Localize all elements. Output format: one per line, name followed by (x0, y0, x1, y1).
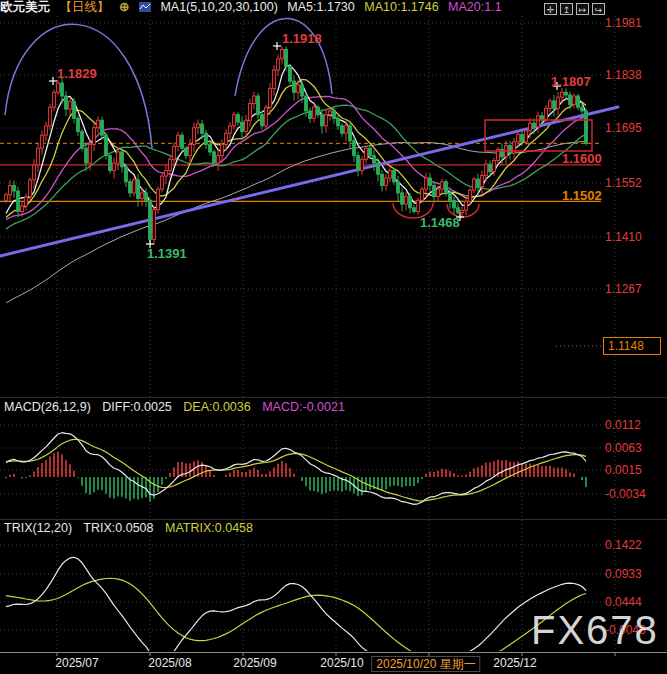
trix-axis-label: 0.0933 (605, 567, 642, 581)
watermark: FX678 (531, 608, 659, 653)
pan-icon[interactable]: ✛ (544, 3, 557, 15)
x-axis-label: 2025/12 (493, 656, 536, 670)
ma10-value: MA10:1.1746 (364, 0, 438, 14)
chart-app: 欧元美元 【日线】 ⊕ MA1(5,10,20,30,100) MA5:1.17… (0, 0, 667, 674)
support-label: 1.1502 (562, 188, 602, 203)
macd-diff-value: DIFF:0.0025 (102, 400, 171, 414)
annotation-label: 1.1829 (57, 66, 97, 81)
x-axis-label: 2025/07 (55, 656, 98, 670)
add-indicator-icon[interactable]: ⊕ (119, 0, 129, 14)
annotation-label: 1.1391 (147, 246, 187, 261)
annotation-label: 1.1807 (551, 74, 591, 89)
y-axis-scale-icon[interactable]: ↥ (560, 3, 573, 15)
price-axis-label: 1.1838 (605, 68, 642, 82)
annotation-label: 1.1918 (282, 31, 322, 46)
x-axis-label: 2025/09 (233, 656, 276, 670)
period-label[interactable]: 【日线】 (59, 0, 109, 14)
trix-axis-label: 0.0444 (605, 595, 642, 609)
price-axis-label: 1.1695 (605, 121, 642, 135)
trix-matrix-value: MATRIX:0.0458 (165, 521, 253, 535)
trix-value: TRIX:0.0508 (83, 521, 153, 535)
ma-group-label: MA1(5,10,20,30,100) (160, 0, 277, 14)
toolbar: ✛↥↦↪ (544, 3, 605, 15)
macd-axis-label: 0.0063 (605, 441, 642, 455)
x-axis-label: 2025/10 (320, 656, 363, 670)
trix-title: TRIX(12,20) (4, 521, 72, 535)
symbol-title: 欧元美元 (0, 0, 50, 14)
macd-dea-value: DEA:0.0036 (183, 400, 250, 414)
indicator-chart-icon (139, 1, 151, 11)
chart-canvas[interactable] (0, 0, 667, 674)
macd-axis-label: 0.0112 (605, 418, 641, 432)
price-axis-label: 1.1552 (605, 176, 642, 190)
exit-icon[interactable]: ↪ (592, 3, 605, 15)
x-axis-label: 2025/08 (148, 656, 191, 670)
price-marker-badge: 1.1148 (603, 337, 661, 355)
price-axis-label: 1.1267 (605, 282, 642, 296)
annotation-label: 1.1468 (420, 215, 460, 230)
price-axis-label: 1.1410 (605, 230, 642, 244)
macd-panel-header: MACD(26,12,9) DIFF:0.0025 DEA:0.0036 MAC… (4, 400, 353, 415)
ma20-value: MA20:1.1 (448, 0, 502, 14)
ma5-value: MA5:1.1730 (287, 0, 354, 14)
macd-macd-value: MACD:-0.0021 (262, 400, 345, 414)
macd-title: MACD(26,12,9) (4, 400, 91, 414)
trix-axis-label: 0.1422 (605, 538, 642, 552)
trix-panel-header: TRIX(12,20) TRIX:0.0508 MATRIX:0.0458 (4, 521, 261, 536)
resistance-label: 1.1600 (562, 151, 602, 166)
x-axis-label: 2025/10/20 星期一 (371, 656, 480, 672)
x-axis-scale-icon[interactable]: ↦ (576, 3, 589, 15)
macd-axis-label: -0.0034 (605, 487, 646, 501)
macd-axis-label: 0.0015 (605, 463, 642, 477)
price-axis-label: 1.1981 (605, 16, 642, 30)
